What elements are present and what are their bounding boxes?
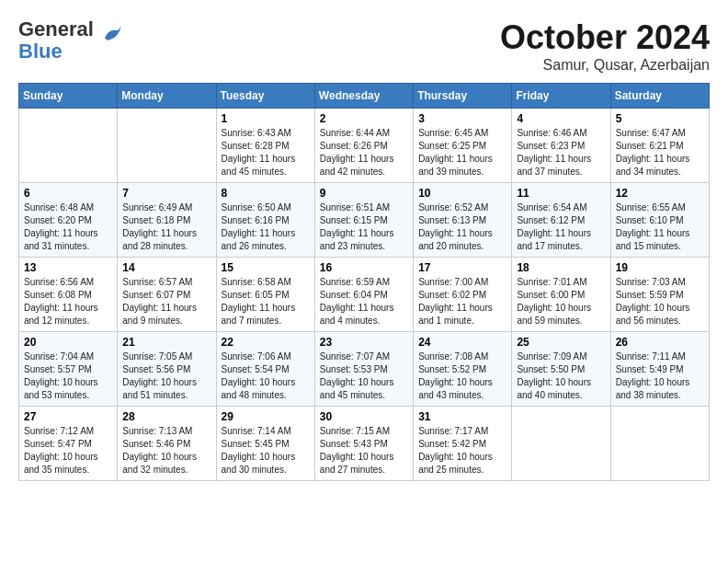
table-row: 27 Sunrise: 7:12 AMSunset: 5:47 PMDaylig…: [19, 407, 118, 481]
header-saturday: Saturday: [610, 84, 709, 109]
day-info: Sunrise: 6:56 AMSunset: 6:08 PMDaylight:…: [24, 276, 112, 327]
day-number: 2: [320, 112, 408, 125]
table-row: 29 Sunrise: 7:14 AMSunset: 5:45 PMDaylig…: [216, 407, 314, 481]
day-number: 15: [222, 261, 310, 274]
calendar-week-row: 20 Sunrise: 7:04 AMSunset: 5:57 PMDaylig…: [19, 332, 710, 407]
day-number: 19: [616, 261, 704, 274]
day-number: 25: [517, 336, 605, 349]
day-number: 16: [320, 261, 408, 274]
day-info: Sunrise: 7:08 AMSunset: 5:52 PMDaylight:…: [418, 350, 506, 402]
table-row: [19, 109, 118, 183]
table-row: 12 Sunrise: 6:55 AMSunset: 6:10 PMDaylig…: [610, 183, 709, 258]
day-number: 22: [222, 336, 310, 349]
day-number: 31: [418, 410, 506, 423]
table-row: 20 Sunrise: 7:04 AMSunset: 5:57 PMDaylig…: [19, 332, 118, 407]
table-row: 7 Sunrise: 6:49 AMSunset: 6:18 PMDayligh…: [118, 183, 216, 258]
day-info: Sunrise: 7:17 AMSunset: 5:42 PMDaylight:…: [418, 425, 506, 477]
day-number: 7: [122, 187, 210, 200]
header-friday: Friday: [512, 84, 610, 109]
calendar-table: Sunday Monday Tuesday Wednesday Thursday…: [18, 83, 710, 481]
day-info: Sunrise: 6:57 AMSunset: 6:07 PMDaylight:…: [122, 276, 210, 327]
day-number: 3: [418, 112, 506, 125]
day-info: Sunrise: 6:44 AMSunset: 6:26 PMDaylight:…: [320, 127, 408, 178]
day-number: 18: [517, 261, 605, 274]
calendar-week-row: 1 Sunrise: 6:43 AMSunset: 6:28 PMDayligh…: [19, 109, 710, 183]
day-info: Sunrise: 6:50 AMSunset: 6:16 PMDaylight:…: [222, 201, 310, 253]
logo-bird-icon: [97, 21, 125, 52]
header-tuesday: Tuesday: [216, 84, 314, 109]
day-number: 9: [320, 187, 408, 200]
day-info: Sunrise: 6:43 AMSunset: 6:28 PMDaylight:…: [222, 127, 310, 178]
table-row: 23 Sunrise: 7:07 AMSunset: 5:53 PMDaylig…: [314, 332, 413, 407]
table-row: 9 Sunrise: 6:51 AMSunset: 6:15 PMDayligh…: [314, 183, 413, 258]
header-sunday: Sunday: [19, 84, 118, 109]
table-row: 31 Sunrise: 7:17 AMSunset: 5:42 PMDaylig…: [414, 407, 512, 481]
day-info: Sunrise: 6:58 AMSunset: 6:05 PMDaylight:…: [222, 276, 310, 327]
day-info: Sunrise: 6:46 AMSunset: 6:23 PMDaylight:…: [517, 127, 605, 178]
calendar-week-row: 6 Sunrise: 6:48 AMSunset: 6:20 PMDayligh…: [19, 183, 710, 258]
day-number: 21: [122, 336, 210, 349]
table-row: 8 Sunrise: 6:50 AMSunset: 6:16 PMDayligh…: [216, 183, 314, 258]
table-row: 28 Sunrise: 7:13 AMSunset: 5:46 PMDaylig…: [118, 407, 216, 481]
calendar-header-row: Sunday Monday Tuesday Wednesday Thursday…: [19, 84, 710, 109]
calendar-week-row: 13 Sunrise: 6:56 AMSunset: 6:08 PMDaylig…: [19, 258, 710, 332]
table-row: 3 Sunrise: 6:45 AMSunset: 6:25 PMDayligh…: [414, 109, 512, 183]
table-row: 22 Sunrise: 7:06 AMSunset: 5:54 PMDaylig…: [216, 332, 314, 407]
day-info: Sunrise: 7:05 AMSunset: 5:56 PMDaylight:…: [122, 350, 210, 402]
day-info: Sunrise: 7:06 AMSunset: 5:54 PMDaylight:…: [222, 350, 310, 402]
day-number: 17: [418, 261, 506, 274]
table-row: 5 Sunrise: 6:47 AMSunset: 6:21 PMDayligh…: [610, 109, 709, 183]
table-row: [118, 109, 216, 183]
table-row: 19 Sunrise: 7:03 AMSunset: 5:59 PMDaylig…: [610, 258, 709, 332]
title-section: October 2024 Samur, Qusar, Azerbaijan: [500, 18, 710, 74]
table-row: 26 Sunrise: 7:11 AMSunset: 5:49 PMDaylig…: [610, 332, 709, 407]
day-number: 11: [517, 187, 605, 200]
table-row: 4 Sunrise: 6:46 AMSunset: 6:23 PMDayligh…: [512, 109, 610, 183]
day-info: Sunrise: 7:00 AMSunset: 6:02 PMDaylight:…: [418, 276, 506, 327]
day-info: Sunrise: 6:48 AMSunset: 6:20 PMDaylight:…: [24, 201, 112, 253]
day-info: Sunrise: 6:54 AMSunset: 6:12 PMDaylight:…: [517, 201, 605, 253]
table-row: 18 Sunrise: 7:01 AMSunset: 6:00 PMDaylig…: [512, 258, 610, 332]
day-info: Sunrise: 6:55 AMSunset: 6:10 PMDaylight:…: [616, 201, 704, 253]
table-row: 24 Sunrise: 7:08 AMSunset: 5:52 PMDaylig…: [414, 332, 512, 407]
day-number: 30: [320, 410, 408, 423]
table-row: [610, 407, 709, 481]
day-number: 28: [122, 410, 210, 423]
day-info: Sunrise: 7:14 AMSunset: 5:45 PMDaylight:…: [222, 425, 310, 477]
table-row: 25 Sunrise: 7:09 AMSunset: 5:50 PMDaylig…: [512, 332, 610, 407]
day-info: Sunrise: 7:15 AMSunset: 5:43 PMDaylight:…: [320, 425, 408, 477]
table-row: 6 Sunrise: 6:48 AMSunset: 6:20 PMDayligh…: [19, 183, 118, 258]
day-info: Sunrise: 6:59 AMSunset: 6:04 PMDaylight:…: [320, 276, 408, 327]
day-number: 4: [517, 112, 605, 125]
day-info: Sunrise: 7:12 AMSunset: 5:47 PMDaylight:…: [24, 425, 112, 477]
calendar-week-row: 27 Sunrise: 7:12 AMSunset: 5:47 PMDaylig…: [19, 407, 710, 481]
table-row: 21 Sunrise: 7:05 AMSunset: 5:56 PMDaylig…: [118, 332, 216, 407]
day-number: 23: [320, 336, 408, 349]
logo-blue: Blue: [18, 40, 63, 63]
day-info: Sunrise: 7:03 AMSunset: 5:59 PMDaylight:…: [616, 276, 704, 327]
day-info: Sunrise: 6:49 AMSunset: 6:18 PMDaylight:…: [122, 201, 210, 253]
header-thursday: Thursday: [414, 84, 512, 109]
table-row: 15 Sunrise: 6:58 AMSunset: 6:05 PMDaylig…: [216, 258, 314, 332]
location: Samur, Qusar, Azerbaijan: [500, 57, 710, 74]
table-row: 1 Sunrise: 6:43 AMSunset: 6:28 PMDayligh…: [216, 109, 314, 183]
table-row: 16 Sunrise: 6:59 AMSunset: 6:04 PMDaylig…: [314, 258, 413, 332]
table-row: 13 Sunrise: 6:56 AMSunset: 6:08 PMDaylig…: [19, 258, 118, 332]
table-row: 2 Sunrise: 6:44 AMSunset: 6:26 PMDayligh…: [314, 109, 413, 183]
day-info: Sunrise: 6:51 AMSunset: 6:15 PMDaylight:…: [320, 201, 408, 253]
day-number: 26: [616, 336, 704, 349]
day-number: 29: [222, 410, 310, 423]
day-number: 14: [122, 261, 210, 274]
day-info: Sunrise: 6:52 AMSunset: 6:13 PMDaylight:…: [418, 201, 506, 253]
day-number: 20: [24, 336, 112, 349]
day-info: Sunrise: 7:01 AMSunset: 6:00 PMDaylight:…: [517, 276, 605, 327]
page-header: General Blue October 2024 Samur, Qusar, …: [18, 18, 710, 74]
table-row: 11 Sunrise: 6:54 AMSunset: 6:12 PMDaylig…: [512, 183, 610, 258]
table-row: 17 Sunrise: 7:00 AMSunset: 6:02 PMDaylig…: [414, 258, 512, 332]
day-number: 24: [418, 336, 506, 349]
day-number: 12: [616, 187, 704, 200]
table-row: [512, 407, 610, 481]
day-info: Sunrise: 6:47 AMSunset: 6:21 PMDaylight:…: [616, 127, 704, 178]
logo-text: General Blue: [18, 18, 94, 63]
day-number: 5: [616, 112, 704, 125]
